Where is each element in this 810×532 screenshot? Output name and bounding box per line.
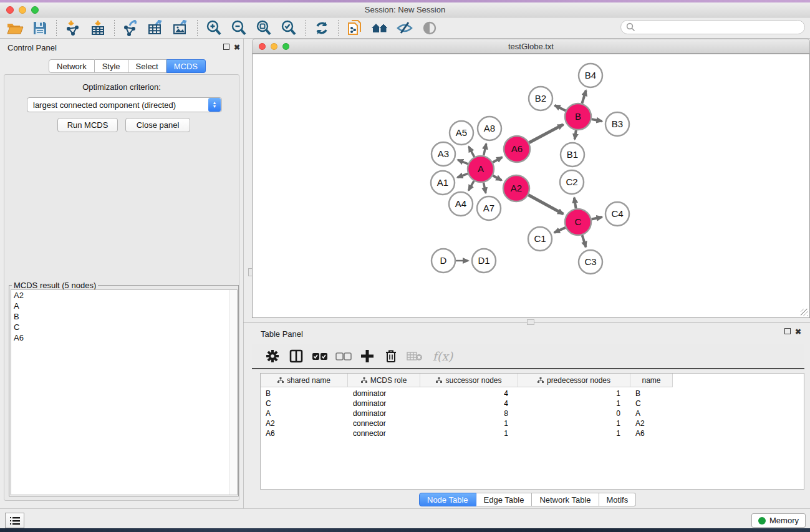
network-window-titlebar[interactable]: testGlobe.txt [252,39,810,54]
column-header-name[interactable]: name [630,374,673,387]
edge-A-A7[interactable] [483,183,486,193]
show-all-icon[interactable] [417,19,442,37]
search-input[interactable] [635,22,791,32]
table-cell[interactable]: A [261,409,348,418]
close-window-button[interactable] [6,6,14,14]
edge-A-A6[interactable] [493,157,502,162]
graph-node-A7[interactable]: A7 [477,196,501,220]
import-network-icon[interactable] [60,19,85,37]
column-header-predecessor-nodes[interactable]: predecessor nodes [518,374,630,387]
tab-network[interactable]: Network [49,59,95,73]
edge-B-B2[interactable] [555,105,566,111]
tab-style[interactable]: Style [95,59,128,73]
edge-C-C4[interactable] [592,217,602,220]
tab-motifs[interactable]: Motifs [599,493,637,506]
function-builder-icon[interactable]: f(x) [427,347,459,365]
table-cell[interactable]: connector [348,428,420,438]
graph-node-A4[interactable]: A4 [449,192,473,216]
edge-B-B1[interactable] [575,130,576,140]
close-panel-icon[interactable]: ✖ [234,43,240,52]
graph-node-A1[interactable]: A1 [431,171,455,195]
graph-node-D[interactable]: D [432,249,455,273]
mcds-result-item[interactable]: A6 [11,332,237,343]
delete-icon[interactable] [379,347,403,365]
zoom-network-button[interactable] [282,43,289,50]
graph-node-C2[interactable]: C2 [560,170,584,194]
run-mcds-button[interactable]: Run MCDS [57,118,118,132]
open-file-icon[interactable] [2,19,27,37]
deselect-all-icon[interactable] [332,347,355,365]
table-cell[interactable]: C [261,399,348,409]
edge-A-A5[interactable] [469,147,475,157]
graph-node-C[interactable]: C [565,209,591,235]
edge-C-C1[interactable] [554,228,566,233]
table-cell[interactable]: A [630,409,673,418]
edge-A-A8[interactable] [484,143,486,155]
edge-A-A2[interactable] [493,176,501,181]
table-cell[interactable]: 1 [420,428,513,438]
edge-A-A1[interactable] [458,173,468,177]
mcds-result-item[interactable]: B [11,311,237,322]
graph-node-C4[interactable]: C4 [605,202,629,226]
graph-node-A8[interactable]: A8 [478,117,501,140]
tab-mcds[interactable]: MCDS [166,59,206,73]
table-cell[interactable]: 4 [420,399,513,409]
table-cell[interactable]: 8 [420,409,513,418]
table-cell[interactable]: 1 [518,418,625,428]
graph-node-C1[interactable]: C1 [528,227,552,251]
table-cell[interactable]: A2 [261,418,348,428]
network-canvas[interactable]: B4B2BB3A5A8A6B1A3AA1C2A2A4A7C4CC1C3DD1 [252,54,810,318]
delete-table-icon[interactable] [403,347,427,365]
minimize-window-button[interactable] [19,6,26,14]
table-cell[interactable]: B [630,389,673,399]
zoom-selected-icon[interactable] [276,19,301,37]
edge-A-A3[interactable] [458,160,468,164]
mcds-result-item[interactable]: A [11,301,237,311]
gear-icon[interactable] [261,347,284,365]
close-panel-button[interactable]: Close panel [125,118,190,132]
table-cell[interactable]: 1 [518,399,625,409]
export-network-icon[interactable] [118,19,143,37]
graph-node-B[interactable]: B [565,104,591,130]
table-cell[interactable]: dominator [348,389,420,399]
mcds-result-list[interactable]: A2ABCA6 [11,289,238,495]
graph-node-B4[interactable]: B4 [579,64,602,87]
graph-node-B1[interactable]: B1 [561,143,584,167]
vertical-splitter[interactable] [243,39,244,508]
column-header-shared-name[interactable]: shared name [261,374,348,387]
tab-edge-table[interactable]: Edge Table [476,493,533,506]
table-cell[interactable]: A6 [630,428,673,438]
zoom-window-button[interactable] [31,6,39,14]
edge-A-A4[interactable] [468,181,474,190]
table-cell[interactable]: 4 [420,389,513,399]
table-cell[interactable]: 1 [518,389,625,399]
zoom-in-icon[interactable] [201,19,226,37]
edge-A6-B[interactable] [529,125,563,143]
table-cell[interactable]: 0 [518,409,625,418]
edge-A2-C[interactable] [528,195,563,215]
graph-node-A5[interactable]: A5 [450,121,473,145]
table-cell[interactable]: C [630,399,673,409]
table-cell[interactable]: dominator [348,399,420,409]
import-table-icon[interactable] [85,19,110,37]
select-all-icon[interactable] [308,347,332,365]
table-cell[interactable]: 1 [420,418,513,428]
add-column-icon[interactable] [355,347,379,365]
memory-button[interactable]: Memory [751,513,806,528]
edge-C-C3[interactable] [582,235,586,247]
export-table-icon[interactable] [143,19,168,37]
close-table-panel-icon[interactable]: ✖ [795,327,801,336]
graph-node-D1[interactable]: D1 [472,249,496,273]
column-header-MCDS-role[interactable]: MCDS role [348,374,420,387]
mcds-result-item[interactable]: A2 [11,290,237,301]
table-cell[interactable]: 1 [518,428,625,438]
splitter-handle[interactable] [527,319,534,325]
edge-B-B4[interactable] [582,90,586,104]
table-cell[interactable]: A6 [261,428,348,438]
resize-grip-icon[interactable] [801,309,808,316]
split-columns-icon[interactable] [284,347,308,365]
graph-node-B3[interactable]: B3 [605,112,629,136]
tab-node-table[interactable]: Node Table [419,493,476,506]
graph-node-A3[interactable]: A3 [432,142,455,166]
graph-node-A[interactable]: A [468,156,494,182]
